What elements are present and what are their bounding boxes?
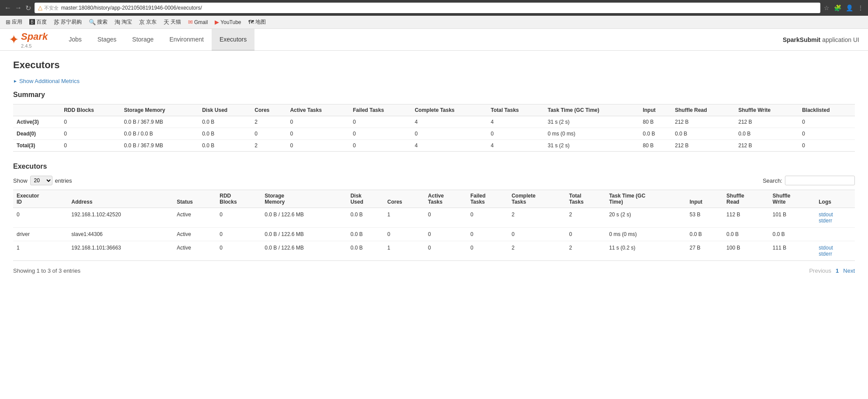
row-input: 0.0 B bbox=[639, 128, 672, 140]
row-input: 80 B bbox=[639, 116, 672, 128]
row-tasktime: 31 s (2 s) bbox=[544, 140, 639, 152]
cell-shwrite: 101 B bbox=[769, 208, 815, 228]
bookmark-jingdong[interactable]: 京 京东 bbox=[137, 17, 159, 27]
entries-select[interactable]: 20 50 100 bbox=[30, 176, 52, 185]
col-task-time: Task Time (GCTime) bbox=[606, 190, 686, 208]
extensions-icon[interactable]: 🧩 bbox=[834, 4, 841, 11]
col-failed-tasks: FailedTasks bbox=[467, 190, 508, 208]
row-label: Dead(0) bbox=[13, 128, 60, 140]
show-entries: Show 20 50 100 entries bbox=[13, 176, 72, 185]
nav-executors[interactable]: Executors bbox=[212, 29, 254, 51]
row-blacklist: 0 bbox=[798, 140, 855, 152]
cell-storage: 0.0 B / 122.6 MB bbox=[261, 208, 347, 228]
row-active: 0 bbox=[286, 128, 349, 140]
bookmark-apps[interactable]: ⊞ 应用 bbox=[3, 17, 24, 27]
row-tasktime: 0 ms (0 ms) bbox=[544, 128, 639, 140]
spark-flame-icon: ✦ bbox=[9, 32, 19, 47]
col-shuffle-read: ShuffleRead bbox=[723, 190, 769, 208]
row-storage: 0.0 B / 367.9 MB bbox=[121, 116, 199, 128]
cell-tasktime: 11 s (0.2 s) bbox=[606, 241, 686, 261]
bookmark-label: Gmail bbox=[194, 19, 208, 25]
log-link-stdout[interactable]: stdout bbox=[819, 212, 851, 218]
nav-stages[interactable]: Stages bbox=[90, 29, 125, 51]
profile-icon[interactable]: 👤 bbox=[846, 4, 853, 11]
row-cores: 2 bbox=[251, 116, 286, 128]
cell-exec-id: 1 bbox=[13, 241, 68, 261]
search-label: Search: bbox=[763, 177, 782, 184]
row-active: 0 bbox=[286, 116, 349, 128]
cell-active: 0 bbox=[425, 241, 467, 261]
log-link-stderr[interactable]: stderr bbox=[819, 251, 851, 257]
col-active-tasks: ActiveTasks bbox=[425, 190, 467, 208]
nav-storage[interactable]: Storage bbox=[124, 29, 161, 51]
cell-cores: 1 bbox=[384, 241, 425, 261]
forward-button[interactable]: → bbox=[15, 4, 22, 12]
summary-col-input: Input bbox=[639, 104, 672, 116]
summary-table-row: Total(3) 0 0.0 B / 367.9 MB 0.0 B 2 0 0 … bbox=[13, 140, 855, 152]
previous-button[interactable]: Previous bbox=[809, 267, 831, 274]
menu-icon[interactable]: ⋮ bbox=[858, 4, 864, 11]
show-metrics-link[interactable]: ► Show Additional Metrics bbox=[13, 78, 80, 84]
summary-table-header: RDD Blocks Storage Memory Disk Used Core… bbox=[13, 104, 855, 116]
bookmark-label: 京东 bbox=[146, 18, 157, 26]
address-bar[interactable]: △ 不安全 master:18080/history/app-202105081… bbox=[35, 3, 820, 13]
row-active: 0 bbox=[286, 140, 349, 152]
bookmark-search[interactable]: 🔍 搜索 bbox=[87, 17, 110, 27]
bookmarks-bar: ⊞ 应用 🅱 百度 苏 苏宁易购 🔍 搜索 淘 淘宝 京 京东 天 天猫 ✉ G… bbox=[0, 16, 868, 29]
nav-environment[interactable]: Environment bbox=[161, 29, 212, 51]
log-link-stderr[interactable]: stderr bbox=[819, 218, 851, 224]
search-input[interactable] bbox=[785, 176, 855, 185]
next-button[interactable]: Next bbox=[843, 267, 855, 274]
bookmark-label: 搜索 bbox=[97, 18, 108, 26]
summary-col-label bbox=[13, 104, 60, 116]
bookmark-label: 地图 bbox=[255, 18, 266, 26]
row-shwrite: 212 B bbox=[735, 116, 798, 128]
nav-jobs[interactable]: Jobs bbox=[61, 29, 90, 51]
row-disk: 0.0 B bbox=[199, 140, 251, 152]
cell-cores: 0 bbox=[384, 228, 425, 241]
show-metrics-label: Show Additional Metrics bbox=[19, 78, 80, 84]
row-cores: 2 bbox=[251, 140, 286, 152]
bookmark-maps[interactable]: 🗺 地图 bbox=[246, 17, 268, 27]
row-storage: 0.0 B / 367.9 MB bbox=[121, 140, 199, 152]
exec-table-row: 0 192.168.1.102:42520 Active 0 0.0 B / 1… bbox=[13, 208, 855, 228]
cell-active: 0 bbox=[425, 228, 467, 241]
cell-exec-id: 0 bbox=[13, 208, 68, 228]
cell-total: 2 bbox=[565, 241, 605, 261]
cell-logs: stdoutstderr bbox=[815, 241, 855, 261]
taobao-icon: 淘 bbox=[115, 18, 120, 26]
search-icon: 🔍 bbox=[89, 19, 96, 25]
row-failed: 0 bbox=[349, 128, 411, 140]
bookmark-youtube[interactable]: ▶ YouTube bbox=[213, 18, 243, 26]
reload-button[interactable]: ↻ bbox=[25, 4, 31, 12]
bookmark-tianmao[interactable]: 天 天猫 bbox=[161, 17, 183, 27]
row-failed: 0 bbox=[349, 140, 411, 152]
pagination-controls: Previous 1 Next bbox=[809, 267, 855, 274]
bookmark-taobao[interactable]: 淘 淘宝 bbox=[112, 17, 134, 27]
exec-table-row: 1 192.168.1.101:36663 Active 0 0.0 B / 1… bbox=[13, 241, 855, 261]
cell-rdd: 0 bbox=[216, 241, 261, 261]
nav-menu: Jobs Stages Storage Environment Executor… bbox=[61, 29, 254, 51]
cell-exec-id: driver bbox=[13, 228, 68, 241]
bookmark-suning[interactable]: 苏 苏宁易购 bbox=[52, 17, 84, 27]
summary-col-complete: Complete Tasks bbox=[411, 104, 487, 116]
search-box: Search: bbox=[763, 176, 855, 185]
cell-storage: 0.0 B / 122.6 MB bbox=[261, 241, 347, 261]
cell-total: 0 bbox=[565, 228, 605, 241]
summary-col-disk: Disk Used bbox=[199, 104, 251, 116]
col-total-tasks: TotalTasks bbox=[565, 190, 605, 208]
bookmark-label: 百度 bbox=[36, 18, 47, 26]
pagination-info: Showing 1 to 3 of 3 entries bbox=[13, 267, 80, 274]
col-status: Status bbox=[173, 190, 216, 208]
row-tasktime: 31 s (2 s) bbox=[544, 116, 639, 128]
star-icon[interactable]: ☆ bbox=[824, 4, 830, 11]
log-link-stdout[interactable]: stdout bbox=[819, 245, 851, 251]
bookmark-baidu[interactable]: 🅱 百度 bbox=[27, 17, 49, 27]
page-title: Executors bbox=[13, 59, 855, 71]
back-button[interactable]: ← bbox=[4, 4, 11, 12]
bookmark-gmail[interactable]: ✉ Gmail bbox=[186, 18, 210, 26]
summary-col-shwrite: Shuffle Write bbox=[735, 104, 798, 116]
triangle-icon: ► bbox=[13, 79, 17, 83]
suning-icon: 苏 bbox=[54, 18, 59, 26]
app-header: ✦ Spark 2.4.5 Jobs Stages Storage Enviro… bbox=[0, 29, 868, 51]
